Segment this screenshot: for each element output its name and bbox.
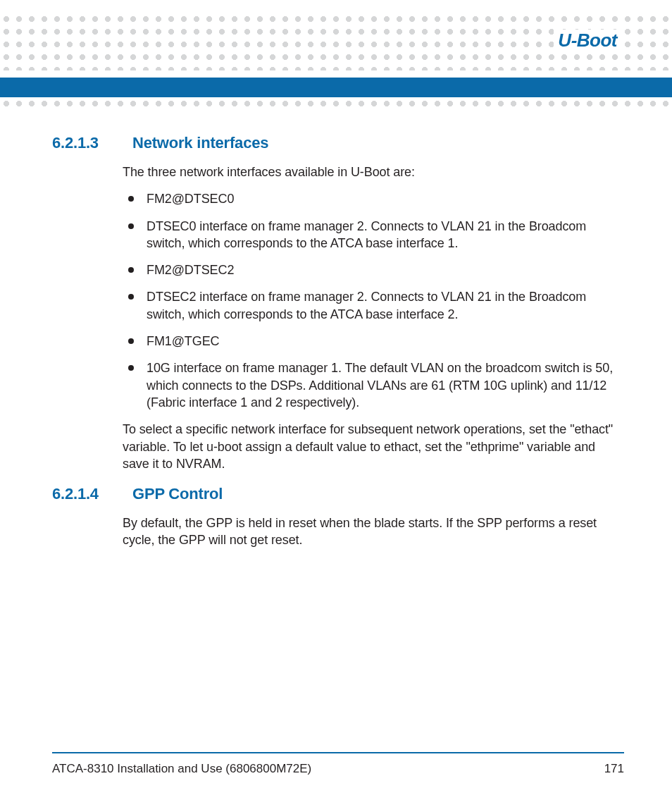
list-item: FM2@DTSEC2 — [123, 261, 624, 278]
section-heading-6213: 6.2.1.3 Network interfaces — [52, 134, 624, 152]
page-content: 6.2.1.3 Network interfaces The three net… — [52, 128, 624, 559]
list-item: DTSEC0 interface on frame manager 2. Con… — [123, 218, 624, 252]
footer-page-number: 171 — [604, 762, 624, 776]
header-blue-bar — [0, 78, 672, 97]
bullet-list: FM2@DTSEC0 DTSEC0 interface on frame man… — [123, 190, 624, 411]
list-item: DTSEC2 interface on frame manager 2. Con… — [123, 288, 624, 323]
section-intro: By default, the GPP is held in reset whe… — [123, 515, 624, 549]
section-outro: To select a specific network interface f… — [123, 421, 624, 472]
section-body-6213: The three network interfaces available i… — [123, 164, 624, 472]
list-item: FM1@TGEC — [123, 333, 624, 350]
section-body-6214: By default, the GPP is held in reset whe… — [123, 515, 624, 549]
section-title: Network interfaces — [132, 134, 268, 152]
section-title: GPP Control — [132, 485, 223, 503]
section-heading-6214: 6.2.1.4 GPP Control — [52, 485, 624, 503]
footer-doc-title: ATCA-8310 Installation and Use (6806800M… — [52, 762, 311, 776]
footer-rule — [52, 752, 624, 753]
section-number: 6.2.1.4 — [52, 485, 113, 503]
section-intro: The three network interfaces available i… — [123, 164, 624, 180]
list-item: FM2@DTSEC0 — [123, 190, 624, 207]
list-item: 10G interface on frame manager 1. The de… — [123, 359, 624, 411]
page-footer: ATCA-8310 Installation and Use (6806800M… — [52, 752, 624, 776]
header-grey-bar — [0, 97, 672, 109]
page-header-title: U-Boot — [554, 30, 621, 51]
section-number: 6.2.1.3 — [52, 134, 113, 152]
